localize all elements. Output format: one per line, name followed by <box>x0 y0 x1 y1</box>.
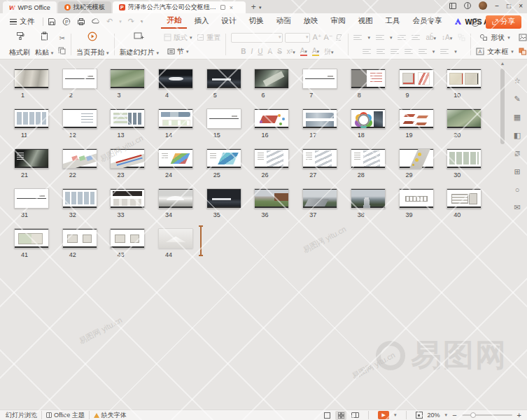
zoom-in-button[interactable]: + <box>517 411 521 419</box>
scrollbar-thumb[interactable] <box>500 69 505 144</box>
slide-thumbnail-19[interactable] <box>399 108 434 129</box>
slide-thumbnail-5[interactable] <box>206 69 241 89</box>
format-painter-button[interactable]: 格式刷 <box>9 31 30 57</box>
justify-icon[interactable] <box>405 49 413 55</box>
slide-thumbnail-43[interactable] <box>110 228 145 248</box>
slide-thumbnail-17[interactable] <box>302 108 337 129</box>
decrease-font-button[interactable]: A⁻ <box>323 33 332 42</box>
layout-button[interactable]: 版式 ▾ <box>164 31 192 43</box>
tab-list-chevron-icon[interactable]: ▾ <box>259 5 262 10</box>
ribbon-tab-开始[interactable]: 开始 <box>161 14 187 29</box>
slide-thumbnail-10[interactable] <box>447 69 482 89</box>
zoom-chevron-icon[interactable]: ▾ <box>445 412 448 418</box>
highlight-color-button[interactable]: A▾ <box>312 47 319 56</box>
theme-indicator[interactable]: Office 主题 <box>46 411 85 420</box>
align-left-icon[interactable] <box>363 49 371 55</box>
slide-thumbnail-2[interactable] <box>62 69 97 89</box>
slide-thumbnail-20[interactable] <box>447 108 482 129</box>
ribbon-tab-审阅[interactable]: 审阅 <box>325 15 351 28</box>
text-direction-button[interactable]: ab̄▾ <box>426 34 436 41</box>
slide-thumbnail-24[interactable] <box>158 148 193 169</box>
zoom-level[interactable]: 20% <box>428 412 440 419</box>
ribbon-tab-会员专享[interactable]: 会员专享 <box>407 15 447 28</box>
ribbon-tab-设计[interactable]: 设计 <box>216 15 241 28</box>
slide-thumbnail-33[interactable] <box>110 188 145 209</box>
slide-thumbnail-7[interactable] <box>302 69 337 89</box>
ribbon-tab-切换[interactable]: 切换 <box>243 15 269 28</box>
slide-thumbnail-8[interactable] <box>351 69 386 89</box>
ribbon-tab-插入[interactable]: 插入 <box>188 15 214 28</box>
redo-icon[interactable]: ↷ <box>128 17 134 26</box>
cloud-sync-icon[interactable] <box>92 18 100 26</box>
columns-icon[interactable] <box>440 49 449 55</box>
vertical-scrollbar[interactable]: ▲ <box>499 59 506 410</box>
feedback-face-icon[interactable] <box>470 18 480 27</box>
bold-button[interactable]: B <box>241 48 246 55</box>
slide-thumbnail-32[interactable] <box>62 188 97 209</box>
font-name-combobox[interactable] <box>231 33 283 43</box>
ribbon-tab-动画[interactable]: 动画 <box>270 15 296 28</box>
slide-thumbnail-21[interactable] <box>14 148 49 169</box>
slide-thumbnail-29[interactable] <box>399 148 434 169</box>
slide-thumbnail-15[interactable] <box>206 108 241 129</box>
section-button[interactable]: 节 ▾ <box>167 46 189 57</box>
shapes-button[interactable]: 形状 ▾ <box>479 31 510 43</box>
tab-docer-templates[interactable]: 找稻壳模板 <box>58 1 111 13</box>
maximize-button[interactable]: □ <box>507 2 511 10</box>
close-button[interactable]: × <box>519 2 523 10</box>
play-from-current-button[interactable]: 当页开始 ▾ <box>76 31 108 57</box>
slide-thumbnail-27[interactable] <box>302 148 337 169</box>
slide-thumbnail-41[interactable] <box>14 228 49 248</box>
zoom-out-button[interactable]: − <box>452 411 456 419</box>
slide-thumbnail-36[interactable] <box>254 188 289 209</box>
bullet-list-icon[interactable] <box>353 35 362 41</box>
slide-thumbnail-39[interactable] <box>399 188 434 209</box>
increase-indent-icon[interactable] <box>412 35 420 41</box>
copy-icon[interactable] <box>58 47 66 55</box>
slide-sorter-view-button[interactable] <box>335 411 346 420</box>
numbered-list-icon[interactable] <box>376 35 384 41</box>
slide-thumbnail-1[interactable] <box>14 69 49 89</box>
new-slide-button[interactable]: 新建幻灯片 ▾ <box>120 31 159 57</box>
slide-thumbnail-4[interactable] <box>158 69 193 89</box>
phonetic-guide-button[interactable]: 拼▾ <box>324 47 334 57</box>
share-button[interactable]: 分享 <box>486 15 521 29</box>
slide-thumbnail-12[interactable] <box>62 108 97 129</box>
slide-thumbnail-9[interactable] <box>399 69 434 89</box>
side-rail-icon-2[interactable]: ▦ <box>514 113 521 122</box>
fit-slide-button[interactable] <box>416 412 423 419</box>
slide-thumbnail-16[interactable] <box>254 108 289 129</box>
print-icon[interactable] <box>77 18 85 26</box>
side-rail-icon-3[interactable]: ◧ <box>514 131 521 140</box>
play-options-chevron-icon[interactable]: ▾ <box>394 412 397 418</box>
side-rail-icon-5[interactable]: ⊞ <box>514 167 520 176</box>
tab-wps-home[interactable]: W WPS Office <box>3 1 57 13</box>
zoom-slider-knob[interactable] <box>470 412 476 418</box>
ribbon-tab-放映[interactable]: 放映 <box>297 15 323 28</box>
font-size-combobox[interactable] <box>285 33 310 43</box>
scroll-up-icon[interactable]: ▲ <box>499 61 506 66</box>
slideshow-play-button[interactable]: ▶ <box>378 411 389 419</box>
reset-button[interactable]: 重置 <box>197 31 220 43</box>
cut-icon[interactable]: ✂ <box>59 34 65 42</box>
sidebar-toggle-icon[interactable] <box>449 3 456 9</box>
superscript-button[interactable]: x²▾ <box>287 48 295 55</box>
more-commands-chevron-icon[interactable]: ▾ <box>141 19 143 24</box>
tab-window-icon[interactable] <box>220 5 225 10</box>
missing-font-warning[interactable]: 缺失字体 <box>94 411 127 420</box>
globe-icon[interactable] <box>464 2 471 9</box>
slide-thumbnail-38[interactable] <box>351 188 386 209</box>
slide-thumbnail-3[interactable] <box>110 69 145 89</box>
distribute-icon[interactable] <box>419 49 427 55</box>
shadow-button[interactable]: A <box>267 48 272 55</box>
align-right-icon[interactable] <box>391 49 399 55</box>
font-color-button[interactable]: A▾ <box>300 47 307 56</box>
reading-view-button[interactable] <box>351 412 359 418</box>
slide-thumbnail-6[interactable] <box>254 69 289 89</box>
arrange-button[interactable]: 排列 ▾ <box>519 46 527 57</box>
slide-thumbnail-34[interactable] <box>158 188 193 209</box>
decrease-indent-icon[interactable] <box>398 35 406 41</box>
new-tab-button[interactable]: + <box>251 2 256 12</box>
picture-button[interactable]: 图片 ▾ <box>519 31 527 43</box>
minimize-button[interactable]: − <box>495 2 499 10</box>
